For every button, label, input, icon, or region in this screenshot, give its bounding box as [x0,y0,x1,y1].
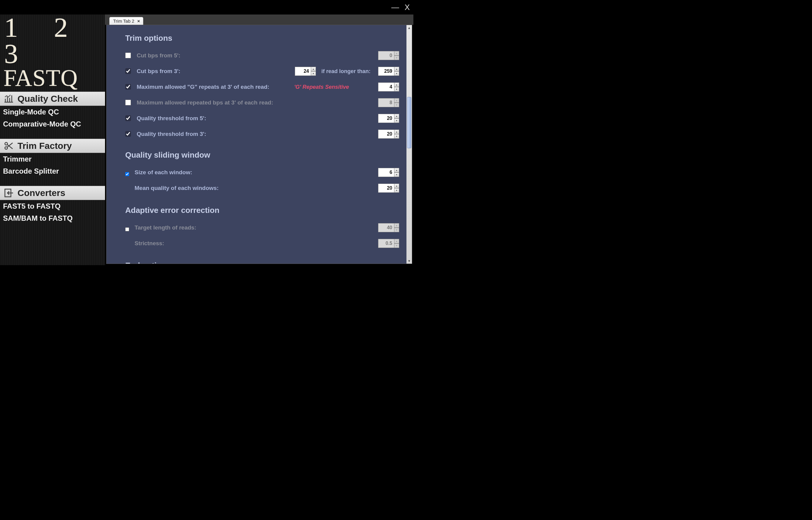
scroll-track[interactable] [407,30,412,258]
spin-up-icon[interactable]: ▲ [394,223,399,228]
bar-chart-icon [4,94,14,104]
spin-up-icon[interactable]: ▲ [394,130,399,134]
label-strictness: Strictness: [135,240,164,247]
sidebar-header-label: Converters [18,188,65,198]
spin-down-icon[interactable]: ▼ [394,243,399,248]
spin-up-icon[interactable]: ▲ [394,184,399,188]
label-max-repeated-bps: Maximum allowed repeated bps at 3' of ea… [137,99,273,106]
input-read-longer[interactable] [378,67,394,76]
spin-down-icon[interactable]: ▼ [394,56,399,60]
label-window-mean: Mean quality of each windows: [135,185,219,191]
spin-down-icon[interactable]: ▼ [394,71,399,76]
input-strictness[interactable] [378,239,394,248]
scroll-up-icon[interactable]: ▲ [408,25,411,30]
row-quality-3: Quality threshold from 3': ▲▼ [125,127,399,141]
spin-down-icon[interactable]: ▼ [394,103,399,107]
spin-down-icon[interactable]: ▼ [394,119,399,123]
spin-down-icon[interactable]: ▼ [394,188,399,193]
input-max-g-repeats[interactable] [378,82,394,92]
group-adaptive-error: Target length of reads: ▲▼ Strictness: ▲… [125,220,399,252]
input-max-repeated-bps[interactable] [378,98,394,107]
sidebar-item-fast5-to-fastq[interactable]: FAST5 to FASTQ [0,200,105,212]
spin-up-icon[interactable]: ▲ [311,67,316,71]
sidebar-item-sambam-to-fastq[interactable]: SAM/BAM to FASTQ [0,212,105,224]
spinner-max-repeated-bps[interactable]: ▲▼ [378,98,399,107]
row-max-repeated-bps: Maximum allowed repeated bps at 3' of ea… [125,96,399,110]
spin-down-icon[interactable]: ▼ [394,134,399,138]
row-cut-bps-3: Cut bps from 3': ▲▼ if read longer than:… [125,64,399,79]
spin-up-icon[interactable]: ▲ [394,82,399,87]
checkbox-quality-5[interactable] [125,115,131,121]
tab-trim-tab-2[interactable]: Trim Tab 2 × [109,17,143,25]
form-panel: Trim options Cut bps from 5': ▲▼ Cut bps… [112,27,405,264]
checkbox-max-g-repeats[interactable] [125,84,131,90]
spinner-read-longer[interactable]: ▲▼ [378,67,399,76]
sidebar-item-trimmer[interactable]: Trimmer [0,153,105,165]
label-quality-5: Quality threshold from 5': [137,115,206,122]
spin-up-icon[interactable]: ▲ [394,168,399,173]
label-cut-bps-3: Cut bps from 3': [137,68,180,75]
row-quality-5: Quality threshold from 5': ▲▼ [125,111,399,126]
label-window-size: Size of each window: [135,169,192,176]
checkbox-cut-bps-5[interactable] [125,53,131,58]
label-if-read-longer: if read longer than: [321,68,373,75]
content-panel: Trim options Cut bps from 5': ▲▼ Cut bps… [106,25,412,264]
minimize-button[interactable]: — [391,3,399,12]
sidebar-header-quality-check[interactable]: Quality Check [0,92,105,106]
row-cut-bps-5: Cut bps from 5': ▲▼ [125,48,399,63]
scroll-down-icon[interactable]: ▼ [408,258,411,264]
spin-down-icon[interactable]: ▼ [394,87,399,92]
spinner-quality-5[interactable]: ▲▼ [378,114,399,123]
spin-up-icon[interactable]: ▲ [394,239,399,243]
scroll-thumb[interactable] [407,97,411,148]
spinner-target-length[interactable]: ▲▼ [378,223,399,232]
group-sliding-window: Size of each window: ▲▼ Mean quality of … [125,165,399,197]
sidebar: 1 2 3 FASTQ Quality Check Single-Mode QC… [0,15,105,265]
vertical-scrollbar[interactable]: ▲ ▼ [407,25,412,264]
sidebar-header-converters[interactable]: Converters [0,186,105,200]
input-target-length[interactable] [378,223,394,232]
svg-point-0 [5,142,7,145]
spin-down-icon[interactable]: ▼ [311,71,316,76]
sidebar-item-barcode-splitter[interactable]: Barcode Splitter [0,165,105,177]
input-window-size[interactable] [378,168,394,177]
sidebar-header-label: Quality Check [18,94,78,104]
spinner-max-g-repeats[interactable]: ▲▼ [378,82,399,92]
scissors-icon [4,141,14,151]
checkbox-cut-bps-3[interactable] [125,68,131,74]
spin-down-icon[interactable]: ▼ [394,173,399,177]
spinner-window-mean[interactable]: ▲▼ [378,184,399,193]
label-g-repeats-sensitive: 'G' Repeats Sensitive [294,84,373,90]
sidebar-item-comparative-mode-qc[interactable]: Comparative-Mode QC [0,118,105,130]
input-window-mean[interactable] [378,184,394,193]
spinner-cut-bps-3[interactable]: ▲▼ [295,67,316,76]
tab-close-icon[interactable]: × [137,19,140,24]
main-area: Trim Tab 2 × Trim options Cut bps from 5… [105,15,413,265]
label-cut-bps-5: Cut bps from 5': [137,52,180,59]
spinner-cut-bps-5[interactable]: ▲▼ [378,51,399,60]
close-button[interactable]: X [404,3,410,12]
spin-up-icon[interactable]: ▲ [394,114,399,119]
input-quality-3[interactable] [378,130,394,138]
row-max-g-repeats: Maximum allowed "G" repeats at 3' of eac… [125,80,399,94]
spin-up-icon[interactable]: ▲ [394,98,399,103]
section-trim-options: Trim options [125,33,399,43]
spin-up-icon[interactable]: ▲ [394,67,399,71]
sidebar-header-label: Trim Factory [18,141,72,151]
section-adaptive-error: Adaptive error correction [125,206,399,215]
spinner-quality-3[interactable]: ▲▼ [378,130,399,138]
checkbox-quality-3[interactable] [125,131,131,137]
checkbox-max-repeated-bps[interactable] [125,100,131,105]
checkbox-adaptive-error[interactable] [125,227,129,231]
sidebar-item-single-mode-qc[interactable]: Single-Mode QC [0,106,105,118]
input-cut-bps-5[interactable] [378,51,394,60]
checkbox-sliding-window[interactable] [125,172,129,176]
spin-down-icon[interactable]: ▼ [394,228,399,232]
spinner-window-size[interactable]: ▲▼ [378,168,399,177]
spinner-strictness[interactable]: ▲▼ [378,239,399,248]
sidebar-header-trim-factory[interactable]: Trim Factory [0,138,105,153]
spin-up-icon[interactable]: ▲ [394,51,399,56]
input-cut-bps-3[interactable] [295,67,311,76]
label-max-g-repeats: Maximum allowed "G" repeats at 3' of eac… [137,84,270,90]
input-quality-5[interactable] [378,114,394,123]
